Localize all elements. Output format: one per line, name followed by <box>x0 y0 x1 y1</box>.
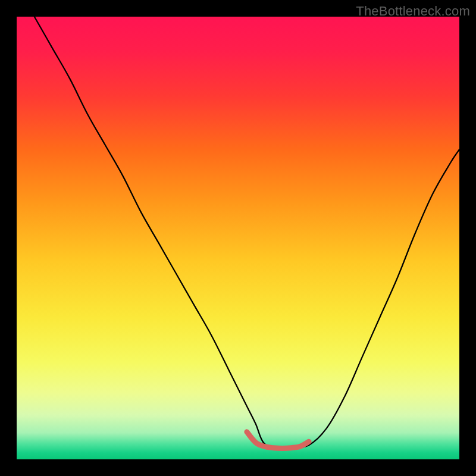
watermark-text: TheBottleneck.com <box>356 4 470 19</box>
plot-area <box>17 17 459 459</box>
bottom-segment <box>17 17 459 459</box>
root-frame: TheBottleneck.com <box>0 0 476 476</box>
